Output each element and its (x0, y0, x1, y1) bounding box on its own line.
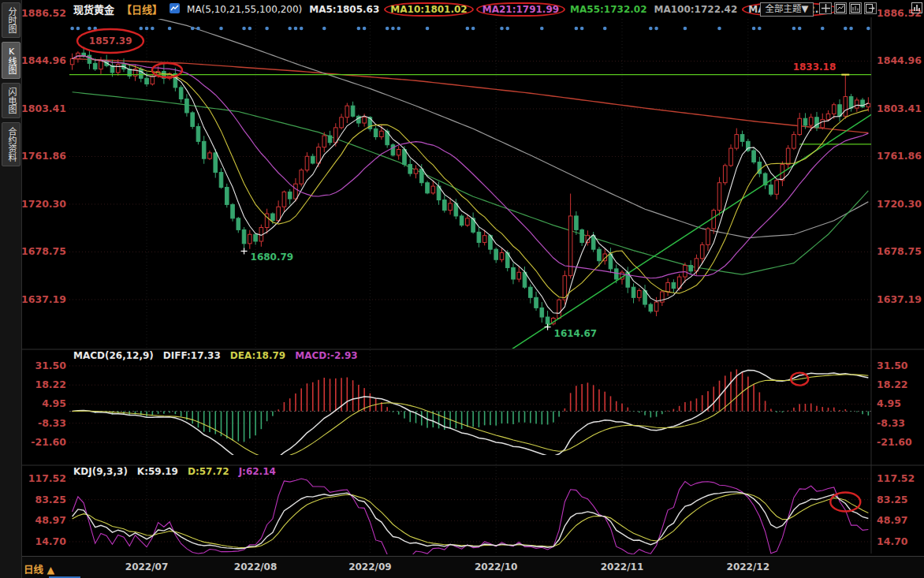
svg-text:117.52: 117.52 (877, 472, 915, 484)
sidebar-item-kline-chart[interactable]: K线图 (2, 42, 20, 79)
macd-diff-value: DIFF:17.33 (163, 350, 221, 361)
sidebar-item-contract-info[interactable]: 合约资料 (2, 122, 20, 166)
symbol-title: 现货黄金 (73, 2, 114, 17)
svg-text:1857.39: 1857.39 (89, 35, 132, 47)
svg-text:1678.75: 1678.75 (877, 245, 922, 257)
svg-text:4.95: 4.95 (42, 397, 66, 409)
slow-ma-lines (73, 2, 869, 274)
svg-text:1886.52: 1886.52 (21, 7, 66, 19)
x-axis-date: 2022/09 (342, 561, 397, 572)
macd-title: MACD(26,12,9) (73, 350, 154, 361)
svg-text:1833.18: 1833.18 (793, 62, 836, 73)
svg-text:-21.60: -21.60 (877, 436, 912, 448)
svg-text:-8.33: -8.33 (877, 417, 905, 429)
sidebar-item-lightning-chart[interactable]: 闪电图 (2, 83, 20, 118)
svg-text:1720.30: 1720.30 (21, 198, 66, 210)
left-sidebar: 分时图 K线图 闪电图 合约资料 (0, 0, 22, 578)
svg-text:48.97: 48.97 (877, 514, 908, 526)
svg-text:31.50: 31.50 (877, 360, 908, 371)
mini-chart-icon[interactable] (911, 2, 922, 13)
macd-pane (69, 369, 871, 466)
kdj-d-value: D:57.72 (188, 466, 229, 477)
pane-chart-icon[interactable] (834, 2, 847, 14)
annotation-circles (77, 29, 860, 512)
svg-text:-21.60: -21.60 (31, 436, 66, 448)
svg-text:1680.79: 1680.79 (251, 252, 294, 263)
svg-text:31.50: 31.50 (35, 360, 66, 371)
kdj-header: KDJ(9,3,3) K:59.19 D:57.72 J:62.14 (73, 466, 276, 477)
trading-app-window: 分时图 K线图 闪电图 合约资料 现货黄金 【日线】 MA(5,10,21,55… (0, 0, 924, 578)
header-ma55-value: MA55:1732.02 (570, 4, 646, 15)
time-axis-bar: 日线 ▲ 2022/072022/082022/092022/102022/11… (0, 556, 924, 578)
macd-value: MACD:-2.93 (295, 350, 357, 361)
svg-text:83.25: 83.25 (877, 494, 908, 505)
svg-text:117.52: 117.52 (28, 472, 66, 484)
fast-ma-lines (73, 56, 869, 314)
period-selector[interactable]: 日线 ▲ (24, 561, 54, 576)
pane-export-icon[interactable] (864, 2, 877, 14)
x-axis-date: 2022/10 (468, 561, 523, 572)
kdj-title: KDJ(9,3,3) (73, 466, 128, 477)
chart-type-icon (170, 3, 180, 16)
svg-text:14.70: 14.70 (877, 535, 908, 547)
x-axis-date: 2022/08 (228, 561, 283, 572)
theme-dropdown[interactable]: 全部主题▼ (760, 2, 814, 17)
candlesticks (70, 47, 870, 325)
x-axis-date: 2022/07 (119, 561, 174, 572)
x-axis-date: 2022/11 (594, 561, 650, 572)
svg-text:1637.19: 1637.19 (21, 293, 66, 305)
chart-toolbar (819, 2, 877, 14)
svg-text:1678.75: 1678.75 (21, 245, 66, 257)
svg-text:18.22: 18.22 (877, 378, 908, 390)
chart-canvas[interactable]: 1857.391833.181680.791614.671886.521886.… (0, 0, 924, 578)
svg-text:1803.41: 1803.41 (877, 103, 922, 114)
ma-group-label: MA(5,10,21,55,100,200) (187, 4, 302, 15)
header-ma10-value: MA10:1801.02 (384, 2, 473, 17)
kdj-k-value: K:59.19 (137, 466, 178, 477)
period-tag: 【日线】 (121, 2, 162, 17)
header-ma5-value: MA5:1805.63 (309, 4, 379, 15)
header-ma21-value: MA21:1791.99 (476, 2, 565, 17)
svg-text:1637.19: 1637.19 (877, 293, 922, 305)
header-ma100-value: MA100:1722.42 (654, 4, 738, 15)
svg-text:14.70: 14.70 (35, 535, 66, 547)
chart-header: 现货黄金 【日线】 MA(5,10,21,55,100,200) MA5:180… (73, 2, 836, 16)
kdj-j-value: J:62.14 (239, 466, 276, 477)
svg-text:48.97: 48.97 (35, 514, 66, 526)
macd-dea-value: DEA:18.79 (230, 350, 285, 361)
pane-bars-icon[interactable] (849, 2, 862, 14)
kdj-pane (73, 479, 869, 561)
svg-text:4.95: 4.95 (877, 397, 901, 409)
svg-text:1720.30: 1720.30 (877, 198, 922, 210)
svg-text:-8.33: -8.33 (38, 417, 66, 429)
svg-text:1844.96: 1844.96 (21, 54, 66, 66)
crosshair-icon[interactable] (819, 2, 832, 14)
annotation-labels: 1857.391833.181680.791614.67 (89, 35, 849, 338)
svg-text:18.22: 18.22 (35, 378, 66, 390)
sidebar-item-time-chart[interactable]: 分时图 (2, 2, 20, 38)
svg-text:1614.67: 1614.67 (554, 328, 598, 339)
svg-text:1844.96: 1844.96 (877, 54, 922, 66)
svg-text:83.25: 83.25 (35, 494, 66, 505)
macd-header: MACD(26,12,9) DIFF:17.33 DEA:18.79 MACD:… (73, 350, 358, 361)
x-axis-date: 2022/12 (721, 561, 776, 572)
svg-text:1803.41: 1803.41 (21, 103, 66, 114)
svg-text:1761.86: 1761.86 (21, 150, 66, 162)
svg-text:1761.86: 1761.86 (877, 150, 922, 162)
